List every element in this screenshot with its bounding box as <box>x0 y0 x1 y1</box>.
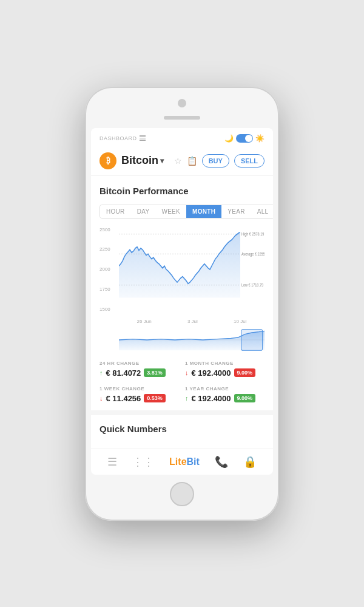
mini-chart <box>99 328 265 352</box>
y-label-1750: 1750 <box>99 287 119 292</box>
dashboard-label: DASHBOARD <box>99 135 146 141</box>
home-button[interactable] <box>170 482 194 506</box>
toggle-track[interactable] <box>236 134 253 143</box>
coin-actions: ☆ 📋 BUY SELL <box>174 154 265 168</box>
stat-24hr: 24 HR CHANGE ↑ € 81.4072 3.81% <box>99 361 179 378</box>
svg-text:Low € 1718.79: Low € 1718.79 <box>241 283 264 287</box>
security-nav-icon[interactable]: 🔒 <box>243 455 257 469</box>
sun-icon: ☀️ <box>255 134 265 143</box>
bitcoin-icon: ₿ <box>99 152 116 169</box>
stat-1year-label: 1 YEAR CHANGE <box>185 386 265 392</box>
phone-nav-icon[interactable]: 📞 <box>215 455 228 469</box>
stat-1month-label: 1 MONTH CHANGE <box>185 361 265 366</box>
moon-icon: 🌙 <box>224 134 234 143</box>
arrow-up-icon: ↑ <box>99 369 103 376</box>
y-label-2500: 2500 <box>99 227 119 232</box>
menu-nav-icon[interactable]: ☰ <box>107 455 117 469</box>
star-icon[interactable]: ☆ <box>174 156 182 166</box>
x-label-3jul: 3 Jul <box>187 319 198 324</box>
sell-button[interactable]: SELL <box>234 154 265 168</box>
chart-svg-area: High € 2578.19 Average € 2255.44 Low € 1… <box>119 227 265 312</box>
stat-1year-value: ↑ € 192.4000 9.00% <box>185 394 265 403</box>
stats-grid: 24 HR CHANGE ↑ € 81.4072 3.81% 1 MONTH C… <box>99 361 265 403</box>
chevron-down-icon: ▾ <box>160 157 164 165</box>
stat-1year-amount: € 192.4000 <box>192 394 231 403</box>
tab-all[interactable]: ALL <box>251 205 273 218</box>
toggle-thumb <box>245 135 252 142</box>
menu-icon[interactable] <box>140 135 146 141</box>
dashboard-bar: DASHBOARD 🌙 ☀️ <box>91 128 273 148</box>
tab-month[interactable]: MONTH <box>186 205 221 218</box>
phone-speaker <box>164 116 200 120</box>
litebit-bit-text: Bit <box>187 456 200 467</box>
coin-name[interactable]: Bitcoin ▾ <box>121 154 164 167</box>
stat-24hr-badge: 3.81% <box>144 368 166 377</box>
stat-1month-amount: € 192.4000 <box>192 368 231 378</box>
tab-day[interactable]: DAY <box>131 205 156 218</box>
stat-1week-badge: 0.53% <box>144 394 166 402</box>
stat-1year: 1 YEAR CHANGE ↑ € 192.4000 9.00% <box>185 386 265 403</box>
calendar-icon[interactable]: 📋 <box>187 156 197 166</box>
stat-1week: 1 WEEK CHANGE ↓ € 11.4256 0.53% <box>99 386 179 403</box>
theme-toggle[interactable]: 🌙 ☀️ <box>224 134 265 143</box>
x-label-10jul: 10 Jul <box>234 319 246 324</box>
phone-frame: DASHBOARD 🌙 ☀️ ₿ Bitcoin ▾ ☆ <box>85 87 279 521</box>
content-area: Bitcoin Performance HOUR DAY WEEK MONTH … <box>91 176 273 410</box>
stat-24hr-value: ↑ € 81.4072 3.81% <box>99 368 179 378</box>
tab-week[interactable]: WEEK <box>155 205 186 218</box>
stat-24hr-label: 24 HR CHANGE <box>99 361 179 366</box>
stat-1week-label: 1 WEEK CHANGE <box>99 386 179 392</box>
performance-title: Bitcoin Performance <box>99 186 265 196</box>
tab-hour[interactable]: HOUR <box>100 205 131 218</box>
svg-text:Average € 2255.44: Average € 2255.44 <box>241 252 265 256</box>
stat-1month-badge: 9.00% <box>234 368 256 377</box>
stat-1week-value: ↓ € 11.4256 0.53% <box>99 394 179 403</box>
svg-text:High € 2578.19: High € 2578.19 <box>241 232 265 236</box>
dashboard-text: DASHBOARD <box>99 135 137 141</box>
phone-camera <box>178 99 186 107</box>
arrow-up-icon-2: ↑ <box>185 395 189 402</box>
y-label-2000: 2000 <box>99 266 119 272</box>
chart-x-labels: 26 Jun 3 Jul 10 Jul <box>119 319 265 324</box>
svg-rect-8 <box>241 329 263 350</box>
quick-numbers-title: Quick Numbers <box>99 424 265 434</box>
bottom-nav: ☰ ⋮⋮ LiteBit 📞 🔒 <box>91 449 273 475</box>
litebit-logo[interactable]: LiteBit <box>169 456 200 467</box>
buy-button[interactable]: BUY <box>202 154 229 168</box>
chart-y-labels: 2500 2250 2000 1750 1500 <box>99 227 119 312</box>
stat-24hr-amount: € 81.4072 <box>106 368 141 378</box>
stat-1month-value: ↓ € 192.4000 9.00% <box>185 368 265 378</box>
y-label-1500: 1500 <box>99 307 119 312</box>
grid-nav-icon[interactable]: ⋮⋮ <box>132 455 154 469</box>
x-label-26jun: 26 Jun <box>137 319 152 324</box>
stat-1year-badge: 9.00% <box>234 394 256 402</box>
phone-screen: DASHBOARD 🌙 ☀️ ₿ Bitcoin ▾ ☆ <box>91 128 273 475</box>
litebit-lite-text: Lite <box>169 456 186 467</box>
y-label-2250: 2250 <box>99 246 119 252</box>
main-chart: 2500 2250 2000 1750 1500 <box>99 227 265 324</box>
quick-numbers-section: Quick Numbers <box>91 410 273 449</box>
time-selector: HOUR DAY WEEK MONTH YEAR ALL <box>99 205 273 219</box>
arrow-down-icon: ↓ <box>185 369 189 376</box>
arrow-down-icon-2: ↓ <box>99 395 103 402</box>
tab-year[interactable]: YEAR <box>221 205 251 218</box>
coin-header: ₿ Bitcoin ▾ ☆ 📋 BUY SELL <box>91 148 273 176</box>
stat-1week-amount: € 11.4256 <box>106 394 141 403</box>
coin-name-text: Bitcoin <box>121 154 158 167</box>
stat-1month: 1 MONTH CHANGE ↓ € 192.4000 9.00% <box>185 361 265 378</box>
